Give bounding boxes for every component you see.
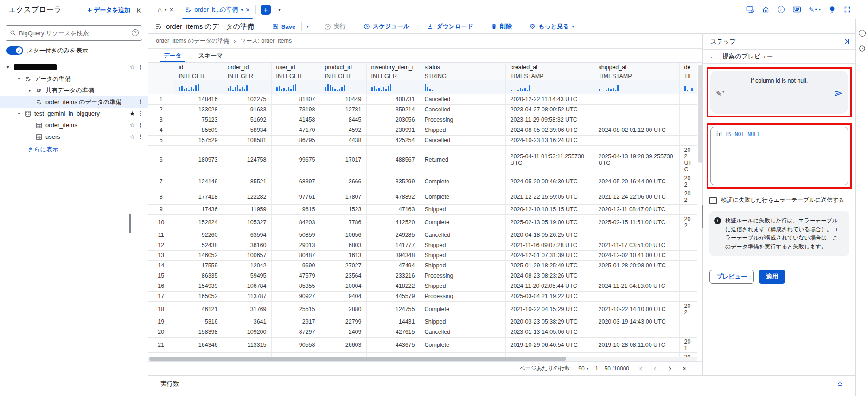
cell-created_at: 2020-12-22 11:14:43 UTC	[505, 94, 594, 104]
horizontal-scrollbar-thumb[interactable]	[149, 357, 566, 361]
kebab-menu-icon[interactable]: ⋮	[137, 133, 144, 140]
column-header-inventory_item_id[interactable]: inventory_item_idINTEGER	[366, 63, 420, 94]
tree-item-test-gemini-in-bigquery[interactable]: ▾test_gemini_in_bigquery★⋮	[0, 108, 148, 119]
column-histogram[interactable]	[506, 80, 594, 94]
chevron-down-icon[interactable]: ▾	[241, 7, 243, 12]
expander-icon[interactable]: ▾	[15, 111, 23, 116]
new-tab-button[interactable]: +	[261, 5, 271, 15]
preview-button[interactable]: プレビュー	[709, 270, 754, 284]
column-histogram[interactable]	[420, 80, 505, 94]
sql-identifier: id	[715, 131, 722, 137]
nl-prompt-box[interactable]: If column id is not null. ✎✦	[710, 71, 848, 114]
column-histogram[interactable]	[223, 80, 271, 94]
lightbulb-icon[interactable]	[829, 6, 836, 13]
sql-expression-editor[interactable]: id IS NOT NULL	[710, 127, 848, 185]
delete-button[interactable]: 削除	[485, 22, 518, 31]
column-header-status[interactable]: statusSTRING	[420, 63, 505, 94]
search-input[interactable]	[19, 30, 130, 37]
column-histogram[interactable]	[680, 80, 697, 94]
home-icon[interactable]	[762, 6, 769, 13]
star-icon[interactable]: ☆	[128, 64, 137, 71]
close-icon[interactable]: ×	[246, 6, 250, 13]
tab-schema[interactable]: スキーマ	[190, 49, 231, 62]
tree-item-project[interactable]: ▾☆⋮	[0, 61, 148, 73]
column-histogram[interactable]	[320, 80, 366, 94]
previous-page-button[interactable]	[650, 363, 662, 375]
chevron-down-icon[interactable]: ▾	[165, 7, 167, 12]
more-button[interactable]: ⚙ もっと見る ▾	[523, 22, 580, 31]
breadcrumb-source[interactable]: ソース: order_items	[240, 37, 292, 45]
tab-data[interactable]: データ	[155, 49, 190, 62]
gemini-pen-icon[interactable]: ✎✦▾	[809, 6, 821, 13]
kebab-menu-icon[interactable]: ⋮	[137, 110, 144, 117]
fullscreen-icon[interactable]	[844, 6, 851, 13]
save-menu-caret[interactable]: ▾	[302, 24, 313, 29]
tree-item-data-preparation[interactable]: ▾データの準備	[0, 73, 148, 84]
cell-user_id: 90927	[271, 291, 320, 301]
first-page-button[interactable]	[636, 363, 648, 375]
close-icon[interactable]: ×	[170, 6, 174, 13]
tab-list-caret-icon[interactable]: ▾	[274, 7, 284, 12]
search-box[interactable]	[6, 25, 142, 41]
horizontal-scrollbar[interactable]	[148, 357, 697, 361]
column-header-product_id[interactable]: product_idINTEGER	[320, 63, 366, 94]
info-icon[interactable]: i	[859, 30, 866, 37]
tree-item-shared-data-preparation[interactable]: ▸共有データの準備	[0, 84, 148, 96]
starred-only-toggle[interactable]: ✓	[6, 46, 23, 55]
tree-item-users[interactable]: users☆⋮	[0, 131, 148, 143]
run-button[interactable]: 実行	[318, 22, 352, 31]
collapse-panel-icon[interactable]	[836, 381, 843, 387]
save-button[interactable]: Save	[266, 23, 301, 30]
cell-shipped_at: 2024-12-02 10:41:00 UTC	[594, 250, 679, 260]
kebab-menu-icon[interactable]: ⋮	[137, 64, 144, 71]
column-histogram[interactable]	[367, 80, 420, 94]
add-data-button[interactable]: + データを追加	[88, 6, 130, 14]
breadcrumb-root[interactable]: order_items のデータの準備	[156, 37, 229, 45]
apply-button[interactable]: 適用	[759, 270, 785, 284]
column-header-order_id[interactable]: order_idINTEGER	[223, 63, 271, 94]
cell-shipped_at: 2019-10-28 08:11:00 UTC	[594, 337, 679, 352]
column-header-user_id[interactable]: user_idINTEGER	[271, 63, 320, 94]
panel-scrollbar-thumb[interactable]	[702, 205, 703, 228]
kebab-menu-icon[interactable]: ⋮	[137, 98, 144, 105]
back-arrow-icon[interactable]: ←	[709, 52, 717, 61]
download-button[interactable]: ダウンロード	[421, 22, 479, 31]
expander-icon[interactable]: ▾	[4, 65, 12, 70]
star-icon[interactable]: ☆	[128, 122, 137, 129]
last-page-button[interactable]	[677, 363, 689, 375]
help-icon[interactable]: ?	[132, 29, 139, 36]
panel-collapse-right-icon[interactable]	[843, 38, 850, 45]
tree-item-order-items-preparation[interactable]: order_items のデータの準備⋮	[0, 96, 148, 108]
star-icon[interactable]: ★	[128, 110, 137, 117]
page-size-select[interactable]: 50 ▾	[578, 365, 588, 372]
history-icon[interactable]	[859, 45, 866, 52]
vertical-scrollbar-thumb[interactable]	[698, 65, 702, 163]
cell-id: 46121	[174, 301, 223, 317]
error-table-checkbox[interactable]	[709, 197, 717, 204]
devices-icon[interactable]	[746, 6, 754, 13]
column-header-id[interactable]: idINTEGER	[174, 63, 223, 94]
cell-del	[679, 260, 697, 271]
cell-product_id: 2409	[320, 327, 366, 337]
info-icon[interactable]: i	[778, 6, 785, 13]
column-header-del[interactable]: delTIM	[679, 63, 697, 94]
next-page-button[interactable]	[664, 363, 676, 375]
column-header-shipped_at[interactable]: shipped_atTIMESTAMP	[594, 63, 679, 94]
column-histogram[interactable]	[594, 80, 679, 94]
show-more-link[interactable]: さらに表示	[0, 143, 148, 154]
tab-order-items-preparation[interactable]: order_it...の準備 ▾ ×	[180, 0, 255, 19]
column-histogram[interactable]	[174, 80, 223, 94]
column-histogram[interactable]	[272, 80, 320, 94]
column-header-created_at[interactable]: created_atTIMESTAMP	[505, 63, 594, 94]
expander-icon[interactable]: ▾	[15, 76, 23, 81]
send-icon[interactable]	[834, 90, 842, 97]
expander-icon[interactable]: ▸	[26, 88, 34, 93]
tree-item-order-items[interactable]: order_items☆⋮	[0, 119, 148, 131]
star-icon[interactable]: ☆	[128, 133, 137, 140]
kebab-menu-icon[interactable]: ⋮	[137, 122, 144, 129]
sidebar-collapse-icon[interactable]	[136, 6, 143, 14]
keyboard-icon[interactable]	[793, 6, 801, 13]
home-tab[interactable]: ⌂ ▾ ×	[153, 0, 178, 19]
schedule-button[interactable]: スケジュール	[357, 22, 416, 31]
sidebar-scrollbar-thumb[interactable]	[129, 214, 131, 233]
